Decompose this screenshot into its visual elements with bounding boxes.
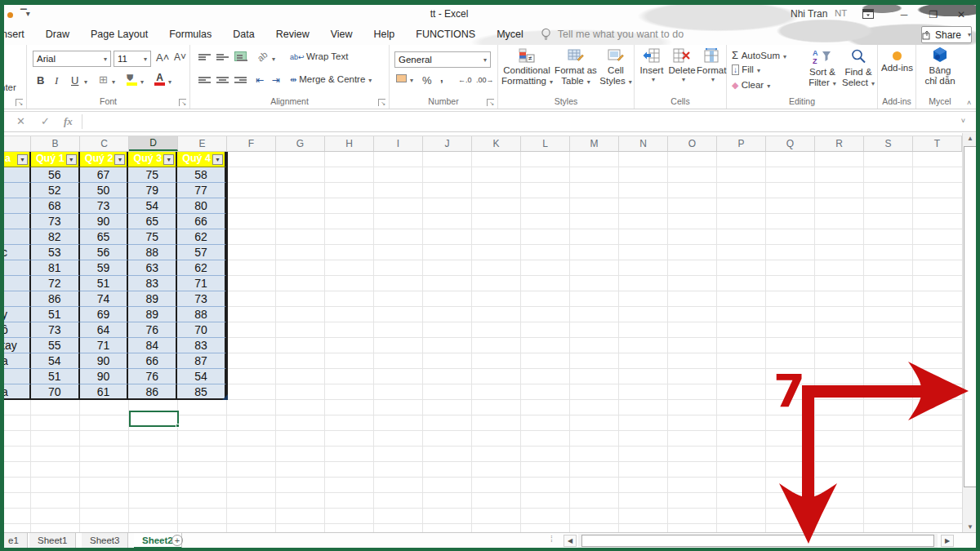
format-as-table-button[interactable]: Format as Table▾ [554,48,598,87]
table-cell-col-a[interactable]: c [0,245,31,260]
table-cell-col-a[interactable]: a [0,353,31,369]
table-cell[interactable]: 69 [80,307,129,322]
formula-bar-expand-icon[interactable]: ˅ [961,117,965,125]
share-button[interactable]: Share ▾ [921,26,972,43]
table-cell[interactable]: 84 [128,338,177,353]
increase-indent-button[interactable]: ⇥ [272,74,280,86]
clear-button[interactable]: ◆ Clear▾ [732,80,770,91]
ribbon-tab-help[interactable]: Help [363,29,406,40]
number-format-combo[interactable]: General▾ [394,51,491,68]
table-cell[interactable]: 51 [31,369,80,384]
table-cell[interactable]: 74 [80,291,129,307]
table-cell[interactable]: 77 [177,183,226,198]
table-cell[interactable]: 89 [128,307,177,322]
table-cell[interactable]: 89 [128,291,177,307]
column-header-P[interactable]: P [717,136,766,151]
table-header-quý-1[interactable]: Quý 1▼ [31,152,80,167]
table-cell[interactable]: 62 [177,229,226,245]
accounting-format-button[interactable]: ▾ [396,74,413,84]
table-cell[interactable]: 88 [128,245,177,260]
ribbon-display-options-icon[interactable] [856,7,880,24]
ribbon-tab-formulas[interactable]: Formulas [158,29,222,40]
font-dialog-launcher-icon[interactable]: ↘ [179,99,186,106]
table-cell[interactable]: 50 [80,183,129,198]
table-cell-col-a[interactable] [0,291,31,307]
font-name-combo[interactable]: Arial▾ [33,51,111,67]
font-color-chevron-icon[interactable]: ▾ [168,78,172,86]
table-cell[interactable]: 70 [31,384,80,400]
table-cell-col-a[interactable] [0,167,31,183]
cell-styles-button[interactable]: Cell Styles▾ [599,48,632,87]
ribbon-tab-draw[interactable]: Draw [35,29,80,40]
comma-style-button[interactable]: , [440,72,443,84]
table-cell-col-a[interactable] [0,198,31,214]
wrap-text-button[interactable]: ab↩ Wrap Text [290,51,348,61]
table-cell[interactable]: 64 [80,322,129,338]
table-header-quý-3[interactable]: Quý 3▼ [128,152,177,167]
find-select-button[interactable]: Find & Select▾ [841,48,875,88]
table-cell-col-a[interactable] [0,260,31,276]
top-align-button[interactable] [198,53,211,63]
horizontal-scroll-thumb[interactable] [581,535,934,547]
shrink-font-button[interactable]: A˅ [174,51,186,63]
enter-icon[interactable]: ✓ [41,115,50,127]
percent-style-button[interactable]: % [422,74,432,87]
align-center-button[interactable] [216,76,229,86]
autosum-button[interactable]: Σ AutoSum▾ [732,49,786,61]
table-cell[interactable]: 79 [128,183,177,198]
decrease-decimal-button[interactable]: .00→ [476,76,494,84]
table-cell[interactable]: 65 [128,214,177,229]
table-cell[interactable]: 53 [31,245,80,260]
column-header-Q[interactable]: Q [766,136,815,151]
sheet-tab-e1[interactable]: e1 [0,533,28,549]
column-header-O[interactable]: O [668,136,717,151]
font-color-button[interactable]: A [154,72,165,86]
table-cell[interactable]: 90 [80,353,129,369]
table-cell[interactable]: 61 [80,384,129,400]
table-cell[interactable]: 86 [128,384,177,400]
fill-button[interactable]: ↓ Fill▾ [732,64,760,74]
ribbon-tab-view[interactable]: View [320,29,363,40]
table-cell-col-a[interactable] [0,183,31,198]
table-cell[interactable]: 73 [80,198,129,214]
table-cell-col-a[interactable]: a [0,384,31,400]
align-right-button[interactable] [234,76,247,86]
underline-chevron-icon[interactable]: ▾ [84,78,87,86]
table-header-quý-2[interactable]: Quý 2▼ [80,152,129,167]
fill-color-chevron-icon[interactable]: ▾ [140,78,144,86]
scroll-left-icon[interactable]: ◀ [564,535,577,547]
table-cell[interactable]: 59 [80,260,129,276]
table-cell[interactable]: 86 [31,291,80,307]
fill-handle[interactable] [176,424,180,428]
format-cells-button[interactable]: Format ▾ [697,48,726,83]
restore-button[interactable]: ❐ [921,7,946,23]
table-cell[interactable]: 70 [177,322,226,338]
insert-function-icon[interactable]: fx [64,115,73,128]
table-cell[interactable]: 56 [80,245,129,260]
ribbon-tab-mycel[interactable]: Mycel [486,29,534,40]
sort-filter-button[interactable]: AZ Sort & Filter▾ [805,48,840,88]
table-cell[interactable]: 72 [31,276,80,291]
mycel-guide-button[interactable]: Bảng chỉ dẫn [916,47,964,87]
table-cell[interactable]: 76 [128,322,177,338]
table-cell[interactable]: 73 [177,291,226,307]
increase-decimal-button[interactable]: ←.0 [458,76,472,84]
table-header-quý-4[interactable]: Quý 4▼ [177,152,226,167]
table-cell[interactable]: 87 [177,353,226,369]
table-cell-col-a[interactable]: tay [0,338,31,353]
filter-dropdown-icon[interactable]: ▼ [114,154,125,165]
ribbon-tab-nsert[interactable]: nsert [0,29,35,40]
vertical-scroll-thumb[interactable] [964,146,977,487]
column-header-K[interactable]: K [472,136,521,151]
table-cell[interactable]: 57 [177,245,226,260]
table-cell-col-a[interactable] [0,229,31,245]
addins-button[interactable]: Add-ins [878,51,916,73]
clipboard-dialog-launcher-icon[interactable]: ↘ [16,99,23,106]
table-cell[interactable]: 52 [31,183,80,198]
filter-dropdown-icon[interactable]: ▼ [17,154,28,165]
scroll-down-icon[interactable]: ▼ [964,523,977,531]
table-cell[interactable]: 54 [177,369,226,384]
table-cell[interactable]: 75 [128,229,177,245]
table-cell[interactable]: 71 [177,276,226,291]
table-cell[interactable]: 65 [80,229,129,245]
